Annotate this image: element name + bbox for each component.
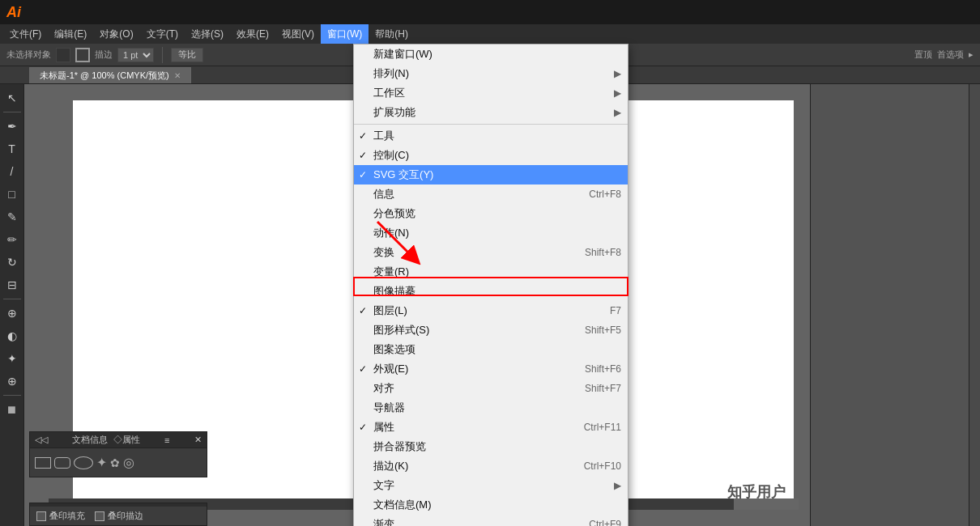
dd-align[interactable]: 对齐Shift+F7	[354, 379, 628, 398]
dd-attributes-shortcut: Ctrl+F11	[584, 422, 621, 433]
dd-appearance-label: 外观(E)	[373, 362, 569, 376]
dd-actions[interactable]: 动作(N)	[354, 223, 628, 243]
dd-new-window[interactable]: 新建窗口(W)	[354, 45, 628, 64]
dd-navigator[interactable]: 导航器	[354, 398, 628, 418]
dd-stroke-shortcut: Ctrl+F10	[584, 460, 621, 472]
dd-color-sep-label: 分色预览	[373, 206, 621, 221]
dd-pattern-options-label: 图案选项	[373, 342, 621, 357]
dd-transform-label: 变换	[373, 245, 569, 260]
dd-image-trace[interactable]: 图像描摹	[354, 282, 628, 301]
dd-doc-info[interactable]: 文档信息(M)	[354, 495, 628, 515]
window-dropdown-menu: 新建窗口(W) 排列(N)▶ 工作区▶ 扩展功能▶ 工具 控制(C) SVG 交…	[353, 44, 628, 526]
dd-text-menu[interactable]: 文字▶	[354, 476, 628, 495]
dd-transform[interactable]: 变换Shift+F8	[354, 243, 628, 262]
dd-workspace-label: 工作区	[373, 86, 614, 100]
dd-layers-shortcut: F7	[610, 305, 621, 316]
dd-appearance-shortcut: Shift+F6	[585, 363, 621, 375]
dd-arrange-arrow: ▶	[614, 68, 621, 79]
dd-tools-label: 工具	[373, 129, 621, 143]
dd-info-label: 信息	[373, 187, 573, 201]
main-area: ↖ ✒ T / □ ✎ ✏ ↻ ⊟ ⊕ ◐ ✦ ⊕ ■ 知乎用户	[0, 84, 980, 526]
dd-navigator-label: 导航器	[373, 401, 621, 415]
dd-transform-shortcut: Shift+F8	[585, 247, 621, 258]
dd-control[interactable]: 控制(C)	[354, 146, 628, 165]
dd-text-menu-arrow: ▶	[614, 480, 621, 491]
dd-graphic-styles-label: 图形样式(S)	[373, 323, 569, 337]
dd-new-window-label: 新建窗口(W)	[373, 47, 621, 62]
dd-extensions-arrow: ▶	[614, 107, 621, 118]
dd-info-shortcut: Ctrl+F8	[589, 189, 621, 200]
dd-arrange-label: 排列(N)	[373, 66, 614, 81]
dd-extensions-label: 扩展功能	[373, 105, 614, 120]
dd-info[interactable]: 信息Ctrl+F8	[354, 185, 628, 204]
dd-graphic-styles-shortcut: Shift+F5	[585, 325, 621, 336]
dd-svg-interactivity[interactable]: SVG 交互(Y)	[354, 165, 628, 185]
dd-attributes[interactable]: 属性Ctrl+F11	[354, 418, 628, 437]
dd-stroke[interactable]: 描边(K)Ctrl+F10	[354, 456, 628, 476]
dd-workspace[interactable]: 工作区▶	[354, 83, 628, 103]
dd-graphic-styles[interactable]: 图形样式(S)Shift+F5	[354, 320, 628, 340]
dropdown-overlay[interactable]: 新建窗口(W) 排列(N)▶ 工作区▶ 扩展功能▶ 工具 控制(C) SVG 交…	[0, 0, 980, 526]
dd-stroke-label: 描边(K)	[373, 459, 568, 473]
dd-appearance[interactable]: 外观(E)Shift+F6	[354, 359, 628, 379]
dd-gradient-shortcut: Ctrl+F9	[589, 519, 621, 526]
dd-svg-label: SVG 交互(Y)	[373, 168, 621, 182]
dd-tools[interactable]: 工具	[354, 126, 628, 146]
dd-variables[interactable]: 变量(R)	[354, 262, 628, 282]
dd-image-trace-label: 图像描摹	[373, 284, 621, 299]
dd-align-label: 对齐	[373, 381, 569, 396]
dd-sep1	[354, 124, 628, 125]
dd-variables-label: 变量(R)	[373, 265, 621, 279]
dd-control-label: 控制(C)	[373, 148, 621, 163]
dd-gradient-label: 渐变	[373, 517, 573, 526]
dd-align-shortcut: Shift+F7	[585, 383, 621, 394]
dd-attributes-label: 属性	[373, 420, 568, 435]
dd-gradient[interactable]: 渐变Ctrl+F9	[354, 515, 628, 526]
dd-pattern-options[interactable]: 图案选项	[354, 340, 628, 359]
dd-text-menu-label: 文字	[373, 478, 614, 493]
dd-arrange[interactable]: 排列(N)▶	[354, 64, 628, 83]
dd-layers-label: 图层(L)	[373, 303, 594, 318]
dd-actions-label: 动作(N)	[373, 226, 621, 240]
dd-layers[interactable]: 图层(L)F7	[354, 301, 628, 320]
dd-extensions[interactable]: 扩展功能▶	[354, 103, 628, 122]
dd-doc-info-label: 文档信息(M)	[373, 498, 621, 512]
dd-flattener-label: 拼合器预览	[373, 439, 621, 454]
dd-color-sep[interactable]: 分色预览	[354, 204, 628, 223]
dd-flattener[interactable]: 拼合器预览	[354, 437, 628, 456]
dd-workspace-arrow: ▶	[614, 87, 621, 99]
